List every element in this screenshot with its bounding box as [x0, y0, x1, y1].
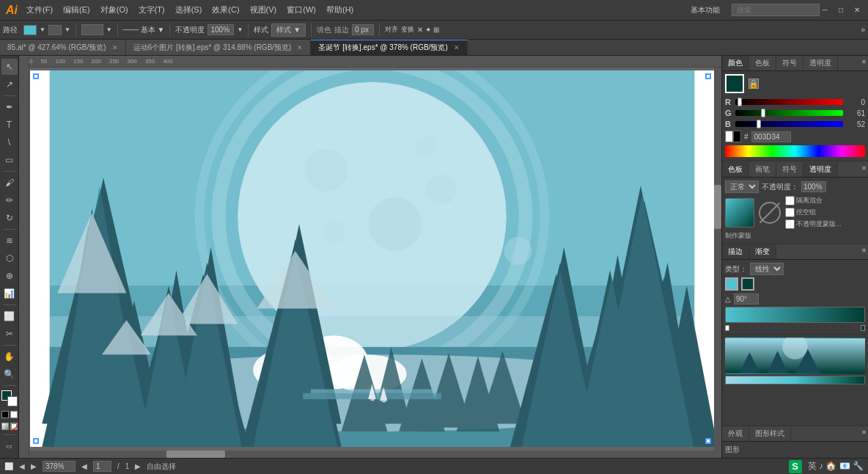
tab-color[interactable]: 颜色	[722, 56, 749, 70]
r-slider[interactable]	[735, 99, 843, 105]
panel-collapse-icon[interactable]: »	[861, 26, 865, 34]
gradient-none-swatches[interactable]	[1, 423, 18, 430]
artboard-icon: ⬜	[4, 462, 13, 470]
tab-2[interactable]: 圣诞节 [转换].eps* @ 378% (RGB/预览) ✕	[311, 40, 467, 55]
tool-type[interactable]: T	[1, 117, 18, 133]
tab-1-close[interactable]: ✕	[297, 44, 303, 51]
stop-1[interactable]	[725, 277, 738, 291]
page-nav-next[interactable]: ▶	[135, 462, 141, 470]
tab-0-close[interactable]: ✕	[112, 44, 118, 51]
tool-symbol[interactable]: ⊕	[1, 268, 18, 284]
stroke-value-input[interactable]	[352, 24, 374, 35]
stop-2[interactable]	[741, 277, 754, 291]
tool-panel[interactable]: ▭	[1, 438, 18, 454]
horizontal-scrollbar[interactable]	[29, 451, 714, 458]
tab-symbol2[interactable]: 符号	[776, 162, 803, 177]
align-icon[interactable]: 对齐	[385, 25, 398, 34]
tool-line[interactable]: \	[1, 134, 18, 150]
tab-symbols[interactable]: 符号	[776, 56, 803, 70]
b-slider[interactable]	[735, 121, 843, 127]
tool-rotate[interactable]: ↻	[1, 210, 18, 226]
vertical-scrollbar[interactable]	[714, 68, 721, 458]
minimize-button[interactable]: ─	[820, 5, 830, 15]
tool-artboard[interactable]: ⬜	[1, 308, 18, 324]
menu-select[interactable]: 选择(S)	[175, 4, 202, 15]
tool-zoom[interactable]: 🔍	[1, 366, 18, 382]
zoom-input[interactable]	[43, 461, 76, 472]
close-button[interactable]: ✕	[852, 5, 862, 15]
transform-icon[interactable]: 变换	[401, 25, 414, 34]
tab-1[interactable]: 运动6个图片 [转换].eps* @ 314.88% (RGB/预览) ✕	[126, 40, 312, 55]
page-input[interactable]	[93, 461, 111, 472]
navigate-prev[interactable]: ◀	[19, 462, 25, 470]
gradient-type-select[interactable]: 线性 径向	[750, 263, 784, 275]
page-nav-prev[interactable]: ◀	[81, 462, 87, 470]
tool-paintbrush[interactable]: 🖌	[1, 175, 18, 191]
tool-direct-select[interactable]: ↗	[1, 76, 18, 92]
color-spectrum[interactable]	[725, 145, 865, 157]
menu-file[interactable]: 文件(F)	[26, 4, 53, 15]
tool-select[interactable]: ↖	[1, 59, 18, 75]
small-gradient-bar[interactable]	[725, 376, 865, 384]
tool-pen[interactable]: ✒	[1, 99, 18, 115]
menu-effect[interactable]: 效果(C)	[212, 4, 239, 15]
tab-color-panel[interactable]: 色板	[722, 162, 749, 177]
vscroll-thumb[interactable]	[714, 185, 721, 229]
tab-appearance[interactable]: 外观	[722, 426, 749, 441]
menu-window[interactable]: 窗口(W)	[287, 4, 316, 15]
tab-graphic-styles[interactable]: 图形样式	[749, 426, 791, 441]
tab-brush[interactable]: 画笔	[749, 162, 776, 177]
menu-edit[interactable]: 编辑(E)	[63, 4, 90, 15]
tab-0[interactable]: 85.ai* @ 427.64% (RGB/预览) ✕	[0, 40, 126, 55]
angle-input[interactable]	[734, 293, 759, 305]
menu-view[interactable]: 视图(V)	[250, 4, 277, 15]
tab-transparency[interactable]: 透明度	[803, 56, 838, 70]
menu-help[interactable]: 帮助(H)	[326, 4, 353, 15]
tool-graph[interactable]: 📊	[1, 285, 18, 302]
stop-marker-left[interactable]	[725, 325, 729, 331]
hscroll-thumb[interactable]	[166, 451, 225, 458]
fill-swatch[interactable]	[23, 25, 37, 35]
style-dropdown[interactable]: 样式 ▼	[271, 23, 306, 37]
menu-text[interactable]: 文字(T)	[139, 4, 165, 15]
tab-swatches[interactable]: 色板	[749, 56, 776, 70]
window-controls: ─ □ ✕	[820, 5, 862, 15]
bw-swatch[interactable]	[725, 131, 741, 142]
main-color-swatch[interactable]	[725, 74, 744, 93]
isolate-checkbox[interactable]	[785, 196, 795, 205]
tool-free-transform[interactable]: ⬡	[1, 250, 18, 266]
tool-warp[interactable]: ≋	[1, 233, 18, 249]
default-colors[interactable]	[1, 411, 18, 418]
tab-transparency2[interactable]: 透明度	[803, 162, 838, 177]
gradient-preview-bar[interactable]	[725, 307, 865, 323]
hex-input[interactable]	[751, 131, 791, 142]
knockout-checkbox[interactable]	[785, 208, 795, 217]
opacity-input[interactable]	[207, 24, 234, 35]
stop-marker-right[interactable]	[861, 325, 865, 331]
tab-stroke-panel[interactable]: 描边	[722, 244, 749, 259]
hex-row: #	[725, 131, 865, 142]
opacity-value-input[interactable]	[801, 181, 826, 192]
no-effect-icon[interactable]	[759, 202, 781, 224]
tab-gradient[interactable]: 渐变	[749, 244, 776, 259]
opacity-mask-checkbox[interactable]	[785, 219, 795, 229]
maximize-button[interactable]: □	[836, 5, 846, 15]
panel-menu-icon[interactable]: ≡	[860, 56, 868, 70]
fill-color-box[interactable]	[1, 390, 18, 406]
tool-rectangle[interactable]: ▭	[1, 152, 18, 168]
panel-menu3-icon[interactable]: ≡	[860, 244, 868, 259]
canvas-area[interactable]: 0 50 100 150 200 250 300 350 400	[19, 56, 721, 458]
tool-hand[interactable]: ✋	[1, 349, 18, 365]
search-input[interactable]	[732, 4, 820, 16]
tool-slice[interactable]: ✂	[1, 326, 18, 342]
tool-pencil[interactable]: ✏	[1, 192, 18, 208]
blend-mode-select[interactable]: 正常	[725, 181, 759, 193]
menu-object[interactable]: 对象(O)	[100, 4, 128, 15]
stroke-weight-input[interactable]	[81, 24, 103, 35]
navigate-next[interactable]: ▶	[31, 462, 37, 470]
panel-menu2-icon[interactable]: ≡	[860, 162, 868, 177]
stroke-swatch[interactable]	[48, 25, 62, 35]
tab-2-close[interactable]: ✕	[454, 44, 460, 51]
panel-menu4-icon[interactable]: ≡	[860, 426, 868, 441]
g-slider[interactable]	[735, 110, 843, 116]
